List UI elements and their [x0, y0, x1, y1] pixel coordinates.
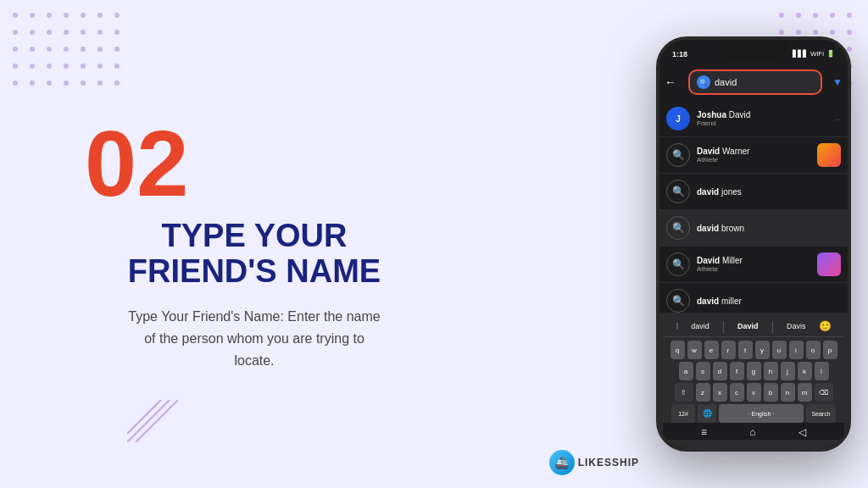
key-i[interactable]: i: [789, 341, 804, 359]
key-num[interactable]: 12#: [671, 404, 695, 423]
key-globe[interactable]: 🌐: [698, 404, 716, 423]
result-info-david-miller-1: David Miller Athlete: [697, 256, 814, 273]
key-x[interactable]: x: [713, 383, 727, 402]
step-number: 02: [85, 117, 188, 210]
search-icon: 🔍: [697, 75, 710, 89]
keyboard-row-3: ⇧ z x c v b n m ⌫: [663, 383, 844, 402]
phone-notch: [720, 40, 787, 58]
avatar-joshua: J: [666, 107, 690, 130]
left-panel: 02 TYPE YOUR FRIEND'S NAME Type Your Fri…: [0, 0, 492, 488]
home-back-icon[interactable]: ◁: [798, 426, 806, 438]
result-item-david-jones[interactable]: 🔍 david jones: [659, 174, 848, 210]
suggestion-david[interactable]: david: [691, 322, 709, 330]
keyboard-bottom-row: 12# 🌐 · English · Search: [663, 404, 844, 423]
result-subtitle-joshua: Friend: [697, 119, 832, 127]
key-h[interactable]: h: [764, 362, 778, 380]
result-name-david-brown: david brown: [697, 224, 841, 233]
thumbnail-david-miller-1: [817, 252, 841, 276]
filter-icon[interactable]: ▼: [832, 76, 843, 88]
result-item-joshua[interactable]: J Joshua David Friend →: [659, 101, 848, 137]
result-info-david-jones: david jones: [697, 187, 841, 197]
svg-line-0: [127, 400, 170, 442]
thumbnail-david-warner: [817, 143, 841, 167]
key-backspace[interactable]: ⌫: [815, 383, 833, 402]
key-v[interactable]: v: [747, 383, 761, 402]
status-time: 1:18: [672, 50, 687, 58]
key-w[interactable]: w: [687, 341, 702, 359]
result-name-david-warner: David Warner: [697, 147, 814, 156]
step-description: Type Your Friend's Name: Enter the name …: [127, 306, 381, 371]
back-arrow[interactable]: ←: [665, 75, 676, 89]
key-j[interactable]: j: [781, 362, 795, 380]
result-info-david-warner: David Warner Athlete: [697, 147, 814, 164]
result-info-joshua: Joshua David Friend: [697, 110, 832, 127]
home-home-icon[interactable]: ⌂: [749, 426, 755, 438]
key-l[interactable]: l: [815, 362, 829, 380]
result-item-david-miller-1[interactable]: 🔍 David Miller Athlete: [659, 247, 848, 283]
search-bar[interactable]: 🔍 david: [688, 69, 822, 95]
keyboard: I david | David | Davis 🙂 q w e r t y u: [659, 313, 848, 448]
key-c[interactable]: c: [730, 383, 744, 402]
likesship-icon: 🚢: [549, 450, 575, 475]
diagonal-decoration: [127, 400, 178, 446]
keyboard-row-2: a s d f g h j k l: [663, 362, 844, 380]
svg-line-2: [127, 400, 161, 434]
result-subtitle-david-warner: Athlete: [697, 156, 814, 164]
suggestion-Davis[interactable]: Davis: [787, 322, 806, 330]
step-title: TYPE YOUR FRIEND'S NAME: [128, 219, 381, 290]
result-name-david-jones: david jones: [697, 187, 841, 197]
key-search[interactable]: Search: [806, 404, 836, 423]
phone-frame: 1:18 ▋▋▋ WiFi 🔋 ← 🔍 david ▼: [656, 36, 851, 452]
key-p[interactable]: p: [823, 341, 837, 359]
key-n[interactable]: n: [781, 383, 795, 402]
result-arrow-joshua: →: [832, 114, 841, 124]
keyboard-row-1: q w e r t y u i o p: [663, 341, 844, 359]
key-o[interactable]: o: [806, 341, 821, 359]
key-f[interactable]: f: [730, 362, 744, 380]
cursor-icon: I: [676, 322, 678, 331]
likesship-text: LIKESSHIP: [578, 457, 639, 469]
key-q[interactable]: q: [670, 341, 685, 359]
key-d[interactable]: d: [713, 362, 727, 380]
emoji-icon[interactable]: 🙂: [819, 320, 832, 332]
suggestion-David[interactable]: David: [737, 322, 759, 330]
key-t[interactable]: t: [738, 341, 753, 359]
result-item-david-warner[interactable]: 🔍 David Warner Athlete: [659, 137, 848, 174]
svg-line-1: [136, 400, 178, 442]
search-icon-david-brown: 🔍: [666, 216, 690, 240]
status-icons: ▋▋▋ WiFi 🔋: [793, 50, 835, 58]
search-icon-david-miller-2: 🔍: [666, 289, 690, 313]
key-a[interactable]: a: [679, 362, 693, 380]
keyboard-suggestions: I david | David | Davis 🙂: [663, 316, 844, 337]
key-r[interactable]: r: [721, 341, 736, 359]
phone-mockup: 1:18 ▋▋▋ WiFi 🔋 ← 🔍 david ▼: [656, 36, 851, 452]
result-item-david-brown[interactable]: 🔍 david brown: [659, 210, 848, 247]
search-input[interactable]: david: [715, 77, 814, 87]
key-k[interactable]: k: [798, 362, 812, 380]
key-e[interactable]: e: [704, 341, 719, 359]
key-m[interactable]: m: [798, 383, 812, 402]
result-subtitle-david-miller-1: Athlete: [697, 265, 814, 273]
key-u[interactable]: u: [772, 341, 787, 359]
key-shift[interactable]: ⇧: [675, 383, 693, 402]
result-info-david-miller-2: david miller: [697, 297, 841, 306]
key-space[interactable]: · English ·: [719, 404, 804, 423]
key-g[interactable]: g: [747, 362, 761, 380]
result-name-david-miller-2: david miller: [697, 297, 841, 306]
result-name-joshua: Joshua David: [697, 110, 832, 119]
result-info-david-brown: david brown: [697, 224, 841, 233]
search-icon-david-jones: 🔍: [666, 180, 690, 203]
home-menu-icon[interactable]: ≡: [701, 426, 707, 438]
phone-home-bar: ≡ ⌂ ◁: [663, 423, 844, 440]
key-z[interactable]: z: [696, 383, 710, 402]
key-y[interactable]: y: [755, 341, 770, 359]
phone-screen: 1:18 ▋▋▋ WiFi 🔋 ← 🔍 david ▼: [659, 40, 848, 448]
result-name-david-miller-1: David Miller: [697, 256, 814, 265]
likesship-logo: 🚢 LIKESSHIP: [549, 450, 639, 475]
search-icon-david-warner: 🔍: [666, 143, 690, 167]
search-results: J Joshua David Friend → 🔍 David Warner A…: [659, 101, 848, 338]
search-icon-david-miller-1: 🔍: [666, 252, 690, 276]
key-b[interactable]: b: [764, 383, 778, 402]
key-s[interactable]: s: [696, 362, 710, 380]
